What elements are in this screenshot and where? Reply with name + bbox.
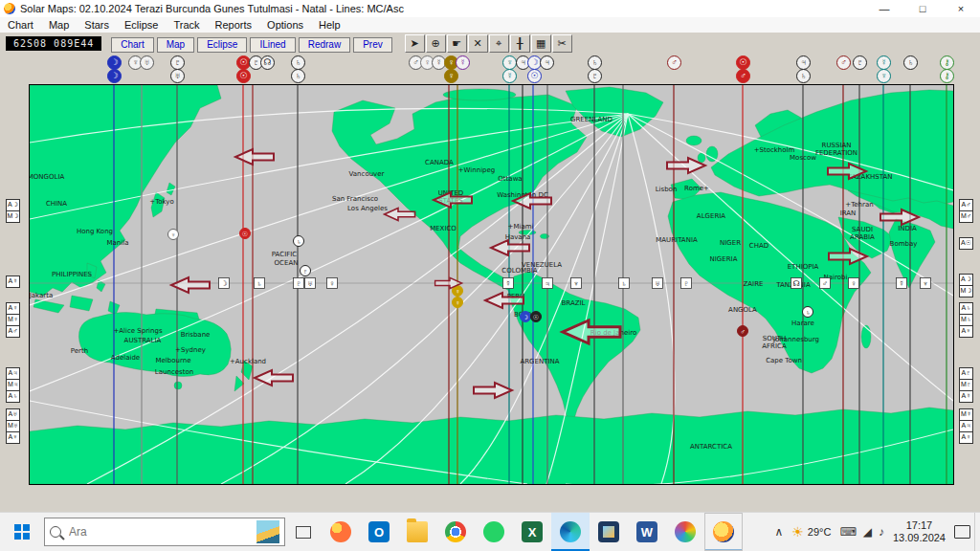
- planet-glyph[interactable]: ♀: [444, 69, 458, 83]
- edge-glyph-box[interactable]: M☽: [6, 210, 20, 223]
- select-tool-icon[interactable]: ➤: [405, 34, 425, 53]
- edge-taskbar-button[interactable]: [551, 513, 590, 551]
- planet-glyph[interactable]: ♄: [291, 69, 305, 83]
- menu-stars[interactable]: Stars: [77, 19, 117, 31]
- planet-glyph[interactable]: ♃: [796, 55, 811, 70]
- file-explorer-taskbar-button[interactable]: [398, 513, 436, 551]
- planet-glyph[interactable]: ♆: [877, 69, 891, 83]
- file-explorer-icon: [407, 521, 428, 542]
- menu-track[interactable]: Track: [166, 19, 207, 31]
- search-highlight-thumbnail[interactable]: [256, 520, 279, 543]
- whatsapp-taskbar-button[interactable]: [475, 513, 513, 551]
- planet-glyph[interactable]: ☽: [107, 55, 122, 70]
- planet-glyph[interactable]: ♆: [502, 55, 517, 70]
- menu-map[interactable]: Map: [41, 19, 77, 31]
- planet-glyph[interactable]: ⚷: [940, 55, 954, 70]
- menu-help[interactable]: Help: [311, 19, 348, 31]
- planet-glyph[interactable]: ♅: [140, 55, 154, 70]
- photos-taskbar-button[interactable]: [590, 513, 628, 551]
- chart-button[interactable]: Chart: [111, 37, 153, 53]
- planet-glyph[interactable]: ♄: [291, 55, 305, 70]
- zoom-in-tool-icon[interactable]: ⊕: [426, 34, 446, 53]
- outlook-taskbar-button[interactable]: O: [360, 513, 398, 551]
- map-label: FEDERATION: [815, 149, 858, 157]
- chrome-taskbar-button[interactable]: [436, 513, 475, 551]
- crosshair-tool-icon[interactable]: ⌖: [489, 34, 509, 53]
- minimize-button[interactable]: —: [865, 3, 903, 14]
- task-view-button[interactable]: [285, 513, 322, 551]
- planet-glyph[interactable]: ♂: [736, 69, 750, 83]
- paran-glyph: ♀: [329, 279, 335, 288]
- map-label: NIGERIA: [710, 255, 738, 263]
- edge-glyph-box[interactable]: A♆: [6, 431, 20, 444]
- snapshot-tool-icon[interactable]: ✂: [552, 34, 572, 53]
- planet-glyph[interactable]: ☉: [236, 69, 251, 83]
- edge-glyph-box[interactable]: A☿: [6, 276, 20, 288]
- taskbar-search[interactable]: [44, 518, 285, 546]
- planet-glyph[interactable]: ☉: [736, 55, 750, 70]
- menu-reports[interactable]: Reports: [208, 19, 260, 31]
- prev-button[interactable]: Prev: [353, 37, 392, 53]
- map-button[interactable]: Map: [157, 37, 194, 53]
- pan-tool-icon[interactable]: ☛: [447, 34, 467, 53]
- paran-glyph: ♆: [573, 279, 579, 288]
- planet-glyph[interactable]: ☿: [877, 55, 891, 70]
- measure-tool-icon[interactable]: ╂: [510, 34, 530, 53]
- maximize-button[interactable]: □: [903, 3, 942, 14]
- edge-glyph-box[interactable]: A♂: [6, 325, 20, 338]
- solar-maps-taskbar-button[interactable]: [704, 513, 743, 551]
- menu-options[interactable]: Options: [259, 19, 311, 31]
- edge-glyph-box[interactable]: A♄: [6, 390, 20, 403]
- grid-tool-icon[interactable]: ▦: [531, 34, 551, 53]
- planet-glyph[interactable]: ♂: [667, 55, 681, 70]
- planet-glyph[interactable]: ☿: [502, 69, 517, 83]
- planet-glyph[interactable]: ⚷: [940, 69, 954, 83]
- planet-glyph[interactable]: ♂: [836, 55, 851, 70]
- planet-glyph[interactable]: ♄: [796, 69, 811, 83]
- planet-glyph[interactable]: ♇: [588, 69, 602, 83]
- planet-marker-glyph: ♀: [455, 288, 459, 295]
- eclipse-button[interactable]: Eclipse: [197, 37, 247, 53]
- weather-widget[interactable]: ☀ 29°C: [791, 524, 831, 540]
- search-input[interactable]: [67, 524, 251, 540]
- planet-glyph[interactable]: ♄: [903, 55, 918, 70]
- touch-keyboard-icon[interactable]: ⌨: [839, 525, 856, 539]
- menu-chart[interactable]: Chart: [0, 19, 41, 31]
- firefox-taskbar-button[interactable]: [322, 513, 360, 551]
- map-label: NIGER: [720, 239, 741, 247]
- edge-glyph-box[interactable]: A☉: [959, 237, 973, 250]
- paint-taskbar-button[interactable]: [666, 513, 704, 551]
- hidden-icons-chevron[interactable]: ∧: [774, 525, 783, 539]
- edge-glyph-box[interactable]: M☽: [959, 285, 973, 298]
- edge-glyph-box[interactable]: M♂: [959, 210, 973, 223]
- map-area[interactable]: MONGOLIACHINA+TokyoHong KongManilaPHILIP…: [29, 84, 954, 485]
- redraw-button[interactable]: Redraw: [299, 37, 350, 53]
- planet-glyph[interactable]: ☊: [260, 55, 275, 70]
- show-desktop-button[interactable]: [974, 513, 980, 551]
- planet-glyph[interactable]: ☉: [527, 69, 542, 83]
- action-center-button[interactable]: [954, 525, 970, 539]
- start-button[interactable]: [0, 513, 44, 551]
- planet-glyph[interactable]: ♇: [853, 55, 867, 70]
- planet-glyph[interactable]: ☽: [107, 69, 122, 83]
- planet-glyph[interactable]: ♄: [588, 55, 602, 70]
- edge-glyph-box[interactable]: A♆: [959, 325, 973, 338]
- close-button[interactable]: ×: [942, 3, 980, 14]
- network-icon[interactable]: ◢: [863, 525, 872, 539]
- volume-icon[interactable]: ♪: [879, 525, 884, 539]
- planet-glyph[interactable]: ♅: [170, 69, 185, 83]
- app-icon: [4, 3, 15, 14]
- excel-taskbar-button[interactable]: X: [513, 513, 551, 551]
- tray-time: 17:17: [893, 519, 946, 532]
- edge-glyph-box[interactable]: A♀: [959, 431, 973, 444]
- planet-glyph[interactable]: ♃: [540, 55, 554, 70]
- ilined-button[interactable]: ILined: [250, 37, 295, 53]
- clear-tool-icon[interactable]: ✕: [468, 34, 488, 53]
- planet-glyph[interactable]: ♇: [170, 55, 185, 70]
- menu-eclipse[interactable]: Eclipse: [117, 19, 166, 31]
- system-tray: ∧ ☀ 29°C ⌨◢♪ 17:17 13.09.2024: [774, 519, 974, 543]
- word-taskbar-button[interactable]: W: [628, 513, 666, 551]
- planet-glyph[interactable]: ☿: [456, 55, 470, 70]
- clock[interactable]: 17:17 13.09.2024: [893, 519, 946, 543]
- edge-glyph-box[interactable]: A☿: [959, 390, 973, 403]
